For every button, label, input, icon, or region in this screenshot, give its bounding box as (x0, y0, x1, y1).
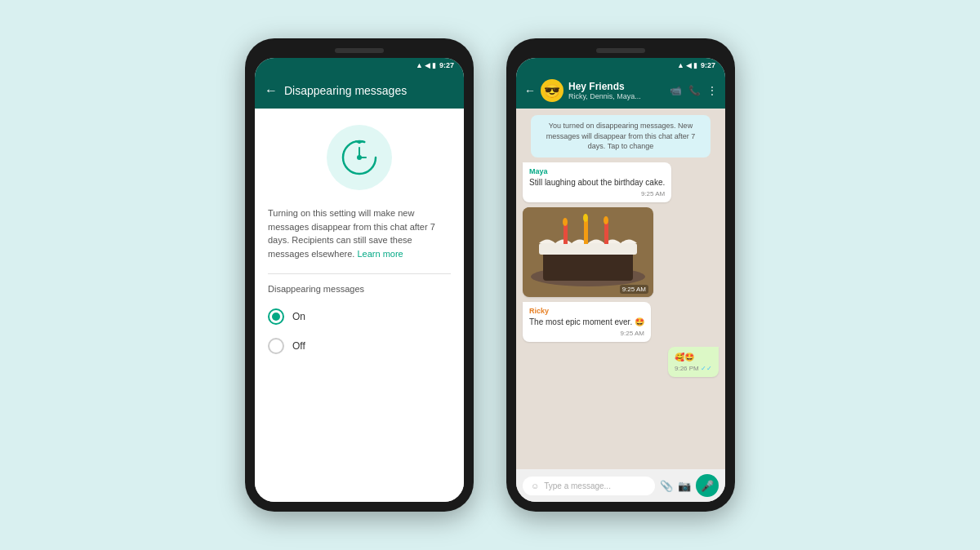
attachment-icon[interactable]: 📎 (660, 480, 673, 492)
avatar-emoji: 😎 (544, 83, 560, 99)
radio-on-circle[interactable] (268, 308, 284, 325)
message-sent: 🥰🤩 9:26 PM ✓✓ (668, 347, 719, 377)
divider-1 (268, 273, 451, 274)
camera-icon[interactable]: 📷 (678, 480, 691, 492)
settings-header: ← Disappearing messages (255, 73, 464, 109)
phone-speaker (335, 48, 384, 53)
message-maya: Maya Still laughing about the birthday c… (523, 162, 671, 202)
ricky-message-time: 9:25 AM (529, 330, 644, 337)
image-time: 9:25 AM (620, 285, 648, 294)
svg-rect-10 (564, 224, 568, 244)
sender-maya: Maya (529, 167, 665, 175)
status-time-2: 9:27 (701, 61, 715, 69)
status-bar-2: ▲ ◀ ▮ 9:27 (516, 58, 725, 73)
svg-rect-9 (539, 243, 637, 255)
battery-icon: ▮ (432, 61, 436, 69)
settings-title: Disappearing messages (284, 84, 454, 97)
radio-off-circle[interactable] (268, 338, 284, 354)
mic-button[interactable]: 🎤 (696, 474, 719, 497)
settings-content: Turning on this setting will make new me… (255, 109, 464, 502)
image-message: 9:25 AM (523, 207, 653, 297)
input-icons: 📎 📷 (660, 480, 691, 492)
svg-rect-12 (604, 222, 608, 244)
mic-icon: 🎤 (701, 480, 714, 492)
radio-off-option[interactable]: Off (268, 331, 451, 361)
phone-settings: ▲ ◀ ▮ 9:27 ← Disappearing messages (245, 38, 474, 512)
message-ricky: Ricky The most epic moment ever. 🤩 9:25 … (523, 302, 651, 342)
svg-rect-11 (584, 220, 588, 244)
description-text: Turning on this setting will make new me… (268, 208, 435, 259)
section-label: Disappearing messages (268, 284, 451, 294)
phone-chat: ▲ ◀ ▮ 9:27 ← 😎 Hey Friends Ricky, Dennis… (506, 38, 735, 512)
radio-on-label: On (292, 311, 305, 322)
chat-input-bar: ☺ Type a message... 📎 📷 🎤 (516, 469, 725, 502)
signal-icon: ◀ (425, 61, 430, 69)
svg-point-14 (583, 214, 588, 222)
status-icons-1: ▲ ◀ ▮ (416, 61, 436, 69)
back-button-2[interactable]: ← (524, 84, 536, 97)
chat-info: Hey Friends Ricky, Dennis, Maya... (568, 81, 665, 100)
cake-svg (523, 207, 653, 297)
more-options-icon[interactable]: ⋮ (707, 85, 717, 96)
sent-message-text: 🥰🤩 (675, 352, 712, 363)
emoji-icon[interactable]: ☺ (531, 481, 539, 490)
wifi-icon-2: ▲ (677, 61, 684, 69)
group-subtitle: Ricky, Dennis, Maya... (568, 92, 665, 100)
sender-ricky: Ricky (529, 307, 644, 315)
voice-call-icon[interactable]: 📞 (688, 85, 701, 96)
sent-message-time: 9:26 PM ✓✓ (675, 365, 712, 372)
avatar: 😎 (541, 79, 564, 102)
status-bar-1: ▲ ◀ ▮ 9:27 (255, 58, 464, 73)
phone-screen-chat: ▲ ◀ ▮ 9:27 ← 😎 Hey Friends Ricky, Dennis… (516, 58, 725, 502)
signal-icon-2: ◀ (686, 61, 692, 69)
svg-point-15 (604, 216, 608, 224)
phone-speaker-2 (596, 48, 645, 53)
status-time-1: 9:27 (439, 61, 454, 69)
read-receipt: ✓✓ (701, 365, 712, 372)
video-call-icon[interactable]: 📹 (670, 85, 682, 96)
phone-screen-settings: ▲ ◀ ▮ 9:27 ← Disappearing messages (255, 58, 464, 502)
timer-icon-circle (327, 125, 392, 190)
chat-body: You turned on disappearing messages. New… (516, 109, 725, 469)
system-notification[interactable]: You turned on disappearing messages. New… (531, 115, 710, 157)
chat-header: ← 😎 Hey Friends Ricky, Dennis, Maya... 📹… (516, 73, 725, 109)
battery-icon-2: ▮ (693, 61, 697, 69)
wifi-icon: ▲ (416, 61, 423, 69)
back-button-1[interactable]: ← (265, 84, 278, 97)
input-placeholder: Type a message... (544, 481, 647, 490)
cake-image (523, 207, 653, 297)
svg-point-13 (563, 218, 568, 226)
radio-on-option[interactable]: On (268, 302, 451, 331)
learn-more-link[interactable]: Learn more (357, 249, 403, 259)
timer-icon (341, 140, 377, 175)
status-icons-2: ▲ ◀ ▮ (677, 61, 697, 69)
maya-message-text: Still laughing about the birthday cake. (529, 177, 665, 189)
group-name: Hey Friends (568, 81, 665, 92)
settings-description: Turning on this setting will make new me… (268, 206, 451, 260)
chat-header-actions: 📹 📞 ⋮ (670, 85, 717, 96)
message-input[interactable]: ☺ Type a message... (523, 477, 655, 495)
radio-off-label: Off (292, 340, 305, 352)
maya-message-time: 9:25 AM (529, 190, 665, 197)
ricky-message-text: The most epic moment ever. 🤩 (529, 317, 644, 328)
